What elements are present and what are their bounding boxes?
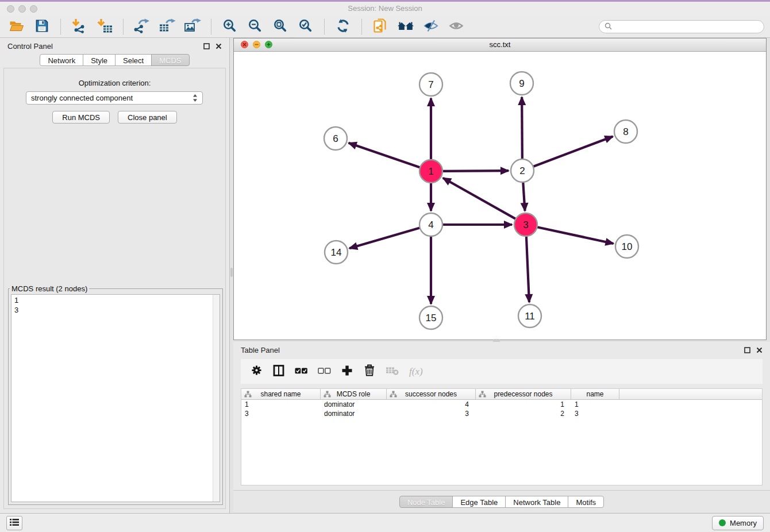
- column-header-shared-name[interactable]: shared name: [241, 389, 321, 399]
- application-window: Session: New Session Control Panel Netwo…: [0, 0, 770, 532]
- table-cell: 3: [241, 410, 321, 418]
- criterion-dropdown[interactable]: strongly connected component: [26, 91, 203, 105]
- criterion-dropdown-value: strongly connected component: [31, 94, 133, 102]
- zoom-fit-button[interactable]: [270, 18, 291, 36]
- apply-layout-button[interactable]: [332, 18, 354, 36]
- import-table-icon: [96, 18, 113, 36]
- close-mcds-panel-button[interactable]: Close panel: [118, 111, 177, 124]
- zoom-network-window-button[interactable]: [265, 41, 272, 48]
- zoom-app-button[interactable]: [30, 5, 37, 13]
- hide-graphics-details-button[interactable]: [420, 18, 442, 36]
- control-tab-style[interactable]: Style: [83, 54, 116, 66]
- zoom-selected-button[interactable]: [295, 18, 317, 36]
- vertical-splitter-handle[interactable]: [230, 268, 233, 277]
- close-control-panel-button[interactable]: [215, 43, 222, 49]
- network-graph[interactable]: 7968124314101511: [234, 51, 766, 340]
- column-header-predecessor-nodes[interactable]: predecessor nodes: [476, 389, 571, 399]
- save-session-button[interactable]: [31, 18, 53, 36]
- import-network-button[interactable]: [68, 18, 90, 36]
- deselect-all-icon: [318, 367, 331, 377]
- node-label-1: 1: [428, 166, 433, 177]
- tree-icon: [479, 391, 486, 398]
- edge-3-1[interactable]: [443, 178, 516, 219]
- table-row[interactable]: 3dominator323: [241, 409, 762, 418]
- node-label-9: 9: [519, 78, 524, 89]
- show-columns-button[interactable]: [272, 365, 285, 379]
- edge-4-14[interactable]: [349, 228, 420, 249]
- first-neighbors-button[interactable]: [395, 18, 417, 36]
- gear-icon: [251, 365, 262, 378]
- table-tab-network-table[interactable]: Network Table: [505, 496, 568, 508]
- hide-details-icon: [423, 19, 439, 35]
- column-header-name[interactable]: name: [571, 389, 619, 399]
- zoom-out-button[interactable]: [244, 18, 266, 36]
- edge-2-8[interactable]: [533, 136, 613, 166]
- control-tab-network[interactable]: Network: [40, 54, 83, 66]
- toolbar-separator: [211, 19, 211, 34]
- zoom-fit-icon: [273, 18, 288, 36]
- search-input[interactable]: [615, 22, 759, 32]
- control-tab-mcds[interactable]: MCDS: [151, 54, 189, 66]
- node-label-7: 7: [428, 79, 433, 90]
- toolbar-separator: [60, 19, 61, 34]
- edge-3-10[interactable]: [537, 227, 614, 244]
- result-line: 3: [14, 305, 217, 315]
- search-icon: [605, 22, 612, 32]
- export-image-icon: [184, 18, 201, 36]
- control-panel-header: Control Panel: [0, 38, 229, 54]
- edge-1-6[interactable]: [349, 143, 420, 168]
- toolbar-separator: [324, 19, 325, 34]
- export-table-button[interactable]: [156, 18, 178, 36]
- close-network-window-button[interactable]: [241, 41, 248, 48]
- window-controls: [7, 5, 37, 13]
- edge-2-3[interactable]: [523, 182, 525, 211]
- export-image-button[interactable]: [182, 18, 203, 36]
- edge-3-11[interactable]: [526, 236, 529, 302]
- column-header-mcds-role[interactable]: MCDS role: [321, 389, 387, 399]
- float-control-panel-button[interactable]: [203, 43, 210, 49]
- add-button[interactable]: [341, 365, 353, 379]
- close-table-panel-button[interactable]: [756, 347, 763, 353]
- memory-status-icon: [719, 519, 726, 526]
- optimization-criterion-label: Optimization criterion:: [4, 79, 225, 87]
- refresh-layout-icon: [336, 18, 351, 36]
- import-table-button[interactable]: [94, 18, 116, 36]
- show-panels-button[interactable]: [6, 516, 22, 530]
- result-scrollbar[interactable]: [213, 295, 220, 502]
- table-options-button[interactable]: [250, 365, 263, 378]
- minimize-network-window-button[interactable]: [253, 41, 260, 48]
- column-label: name: [586, 390, 603, 398]
- duplicate-network-button[interactable]: [369, 18, 391, 36]
- network-window-titlebar[interactable]: scc.txt: [234, 38, 766, 52]
- run-mcds-button[interactable]: Run MCDS: [52, 111, 110, 124]
- select-all-button[interactable]: [295, 367, 308, 377]
- column-header-successor-nodes[interactable]: successor nodes: [387, 389, 476, 399]
- minimize-app-button[interactable]: [18, 5, 26, 13]
- select-all-icon: [295, 367, 308, 377]
- window-titlebar: Session: New Session: [0, 0, 770, 16]
- open-session-button[interactable]: [6, 18, 28, 36]
- delete-button[interactable]: [363, 364, 376, 379]
- table-row[interactable]: 1dominator411: [241, 400, 762, 409]
- memory-button[interactable]: Memory: [712, 516, 764, 530]
- table-tab-motifs[interactable]: Motifs: [568, 496, 604, 508]
- float-table-panel-button[interactable]: [744, 347, 750, 353]
- result-line: 1: [14, 295, 217, 305]
- toolbar-separator: [361, 19, 362, 34]
- control-tab-select[interactable]: Select: [115, 54, 152, 66]
- deselect-all-button[interactable]: [318, 367, 331, 377]
- column-label: successor nodes: [405, 390, 457, 398]
- import-network-icon: [71, 18, 88, 36]
- close-app-button[interactable]: [7, 5, 14, 13]
- table-tab-node-table[interactable]: Node Table: [399, 496, 453, 508]
- export-network-button[interactable]: [131, 18, 153, 36]
- function-builder-button: f(x): [409, 366, 423, 377]
- search-box[interactable]: [599, 20, 764, 33]
- zoom-in-button[interactable]: [219, 18, 241, 36]
- table-tab-edge-table[interactable]: Edge Table: [452, 496, 506, 508]
- edge-1-2[interactable]: [442, 171, 509, 171]
- duplicate-network-icon: [373, 18, 388, 36]
- edge-2-9[interactable]: [522, 97, 522, 159]
- table-cell: 4: [387, 400, 476, 408]
- mcds-result-textarea[interactable]: 13: [11, 294, 220, 502]
